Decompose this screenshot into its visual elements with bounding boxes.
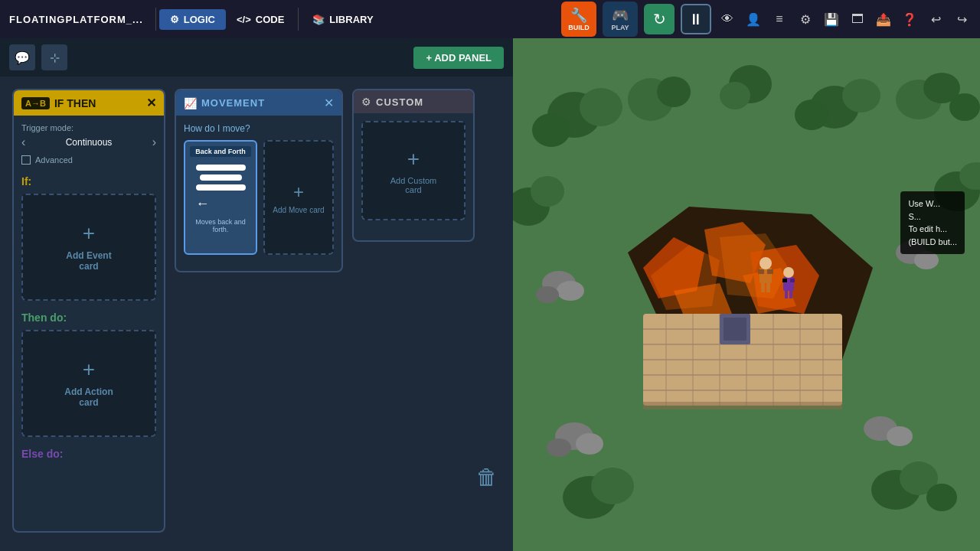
else-do-label: Else do: — [21, 448, 156, 460]
separator-1 — [155, 8, 156, 31]
advanced-label: Advanced — [35, 155, 73, 165]
ifthen-card: A→B IF THEN ✕ Trigger mode: ‹ Continuous… — [12, 89, 165, 533]
svg-point-15 — [531, 176, 564, 207]
svg-rect-61 — [790, 279, 795, 282]
svg-point-9 — [842, 79, 880, 112]
play-button[interactable]: 🎮 PLAY — [603, 2, 638, 37]
add-move-plus-icon: + — [293, 181, 304, 203]
gamepad-icon: 🎮 — [612, 7, 629, 24]
movement-question: How do I move? — [184, 123, 334, 134]
movement-card: 📈 MOVEMENT ✕ How do I move? Back and For… — [175, 89, 343, 272]
separator-2 — [298, 8, 299, 31]
movement-body: How do I move? Back and Forth ← M — [176, 116, 341, 262]
trash-button[interactable]: 🗑 — [476, 465, 498, 490]
undo-button[interactable]: ↩ — [923, 7, 948, 31]
eye-button[interactable]: 👁 — [715, 7, 740, 31]
focus-icon-btn[interactable]: ⊹ — [41, 44, 67, 70]
svg-point-7 — [720, 82, 750, 109]
movement-card-visual: ← — [190, 161, 251, 215]
library-button[interactable]: 📚 LIBRARY — [302, 9, 384, 30]
svg-point-2 — [580, 88, 622, 126]
redo-button[interactable]: ↪ — [949, 7, 974, 31]
if-label: If: — [21, 175, 156, 187]
movement-close-button[interactable]: ✕ — [324, 96, 334, 110]
advanced-checkbox[interactable] — [21, 155, 31, 165]
upload-button[interactable]: 📤 — [871, 7, 896, 31]
svg-point-10 — [795, 99, 828, 130]
svg-point-20 — [536, 286, 559, 303]
ifthen-body: Trigger mode: ‹ Continuous › Advanced If… — [14, 116, 164, 474]
code-brackets-icon: </> — [237, 14, 251, 25]
tooltip-line3: To edit h... — [908, 223, 957, 236]
pause-button[interactable]: ⏸ — [681, 4, 711, 34]
tooltip-box: Use W... S... To edit h... (BUILD but... — [900, 191, 965, 254]
save-button[interactable]: 💾 — [819, 7, 844, 31]
trigger-value: Continuous — [30, 137, 147, 148]
svg-point-65 — [591, 468, 634, 504]
trigger-next-arrow[interactable]: › — [152, 135, 156, 149]
game-view-panel: Use W... S... To edit h... (BUILD but...… — [513, 38, 980, 551]
svg-rect-63 — [789, 291, 792, 298]
svg-point-5 — [657, 77, 691, 107]
movement-header: 📈 MOVEMENT ✕ — [176, 90, 341, 116]
add-event-plus-icon: + — [83, 223, 95, 244]
then-do-label: Then do: — [21, 311, 156, 324]
tooltip-line4: (BUILD but... — [908, 236, 957, 249]
logic-button[interactable]: ⚙ LOGIC — [159, 9, 226, 30]
library-icon: 📚 — [312, 14, 325, 25]
add-action-card-slot[interactable]: + Add Actioncard — [21, 330, 156, 437]
tooltip-line1: Use W... — [908, 197, 957, 210]
svg-point-25 — [547, 439, 571, 457]
back-and-forth-card[interactable]: Back and Forth ← Moves back and forth. — [184, 140, 257, 255]
settings-button[interactable]: ⚙ — [793, 7, 818, 31]
topbar: FLOATINGPLATFORM_... ⚙ LOGIC </> CODE 📚 … — [0, 0, 980, 38]
add-custom-card-slot[interactable]: + Add Customcard — [361, 121, 466, 220]
add-move-card-slot[interactable]: + Add Move card — [263, 140, 334, 255]
svg-rect-57 — [766, 283, 770, 292]
left-panel: 💬 ⊹ + ADD PANEL A→B IF THEN ✕ Trigger mo… — [0, 38, 513, 551]
ifthen-header: A→B IF THEN ✕ — [14, 90, 164, 116]
movement-card-title: Back and Forth — [190, 146, 251, 157]
chat-icon-btn[interactable]: 💬 — [9, 44, 35, 70]
add-event-card-slot[interactable]: + Add Eventcard — [21, 194, 156, 301]
code-button[interactable]: </> CODE — [226, 9, 295, 30]
svg-point-68 — [926, 484, 957, 511]
pause-icon: ⏸ — [688, 11, 704, 28]
svg-rect-56 — [761, 283, 765, 292]
user-button[interactable]: 👤 — [741, 7, 766, 31]
help-button[interactable]: ❓ — [897, 7, 922, 31]
ab-icon: A→B — [21, 97, 50, 109]
custom-gear-icon: ⚙ — [361, 96, 371, 108]
ifthen-close-button[interactable]: ✕ — [146, 96, 156, 110]
custom-card: ⚙ CUSTOM + Add Customcard — [352, 89, 475, 242]
build-button[interactable]: 🔧 BUILD — [561, 2, 596, 37]
trigger-prev-arrow[interactable]: ‹ — [21, 135, 25, 149]
trigger-mode-row: ‹ Continuous › — [21, 135, 156, 149]
svg-point-27 — [887, 426, 913, 446]
refresh-button[interactable]: ↻ — [644, 4, 675, 34]
panel-toolbar: 💬 ⊹ + ADD PANEL — [0, 38, 513, 77]
custom-header: ⚙ CUSTOM — [354, 90, 473, 113]
movement-card-desc: Moves back and forth. — [190, 218, 251, 233]
refresh-icon: ↻ — [653, 10, 666, 28]
svg-point-13 — [949, 93, 980, 121]
svg-point-53 — [760, 257, 772, 269]
advanced-row: Advanced — [21, 155, 156, 165]
tooltip-line2: S... — [908, 210, 957, 223]
window-button[interactable]: 🗖 — [845, 7, 870, 31]
add-custom-card-text: Add Customcard — [390, 176, 437, 194]
movement-cards-row: Back and Forth ← Moves back and forth. — [184, 140, 334, 255]
add-panel-button[interactable]: + ADD PANEL — [413, 47, 504, 69]
svg-rect-55 — [767, 269, 773, 274]
movement-header-text: MOVEMENT — [201, 97, 319, 109]
add-event-card-text: Add Eventcard — [66, 250, 111, 272]
add-action-plus-icon: + — [83, 359, 95, 380]
trigger-mode-label: Trigger mode: — [21, 123, 156, 132]
menu-button[interactable]: ≡ — [767, 7, 792, 31]
svg-point-59 — [783, 267, 794, 278]
custom-header-text: CUSTOM — [376, 96, 466, 108]
gear-icon: ⚙ — [170, 14, 179, 25]
cards-area: A→B IF THEN ✕ Trigger mode: ‹ Continuous… — [0, 77, 513, 551]
svg-point-3 — [532, 113, 570, 147]
app-title: FLOATINGPLATFORM_... — [0, 14, 152, 25]
